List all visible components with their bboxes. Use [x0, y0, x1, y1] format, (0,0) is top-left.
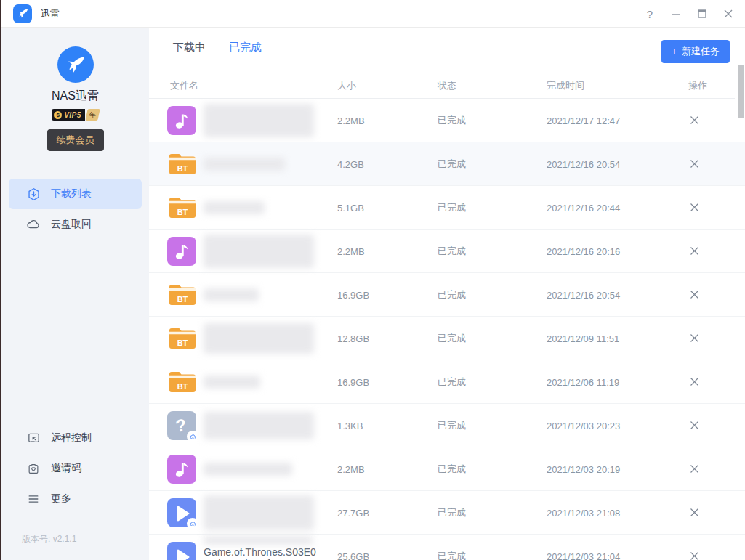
sidebar-item-label: 云盘取回: [51, 218, 92, 231]
table-row[interactable]: BT4.2GB已完成2021/12/16 20:54: [149, 142, 745, 186]
more-icon: [26, 492, 41, 506]
delete-task-button[interactable]: [684, 285, 704, 305]
sidebar-item-bottom-1[interactable]: 邀请码: [9, 453, 142, 484]
file-size: 25.6GB: [337, 551, 369, 560]
filename-cell: [204, 230, 334, 273]
scrollbar: [738, 28, 745, 560]
delete-task-button[interactable]: [684, 372, 704, 392]
music-file-icon: [167, 455, 198, 484]
main-content: 下载中已完成 + 新建任务 文件名 大小 状态 完成时间 操作 2.2MB已完成…: [149, 28, 745, 560]
minimize-button[interactable]: [668, 6, 684, 22]
delete-task-button[interactable]: [684, 110, 704, 131]
filename-cell: [204, 360, 334, 404]
help-icon[interactable]: ?: [642, 6, 658, 22]
delete-task-button[interactable]: [684, 241, 704, 261]
blurred-filename: [204, 495, 314, 530]
blurred-filename: [204, 235, 314, 268]
table-row[interactable]: 2.2MB已完成2021/12/16 20:16: [149, 230, 745, 273]
blurred-filename: [204, 288, 259, 301]
cloud-download-badge-icon: [187, 431, 198, 442]
nas-thunder-logo-icon: [57, 46, 94, 83]
delete-task-button[interactable]: [684, 415, 704, 436]
maximize-button[interactable]: [694, 6, 710, 22]
status-text: 已完成: [438, 245, 466, 258]
renew-membership-button[interactable]: 续费会员: [47, 129, 104, 151]
profile-section: NAS迅雷 $ VIP5 年 续费会员: [1, 28, 149, 151]
table-row[interactable]: 27.7GB已完成2021/12/03 21:08: [149, 491, 745, 535]
music-file-icon: [167, 237, 198, 266]
filename-cell: [204, 186, 334, 230]
svg-text:BT: BT: [177, 295, 188, 304]
sidebar: NAS迅雷 $ VIP5 年 续费会员 下载列表云盘取回 远程控制邀请码更多 版…: [1, 28, 149, 560]
delete-task-button[interactable]: [684, 459, 704, 479]
vip-coin-icon: $: [54, 111, 62, 119]
status-text: 已完成: [438, 288, 466, 301]
status-text: 已完成: [438, 158, 466, 171]
sidebar-item-top-1[interactable]: 云盘取回: [9, 209, 142, 240]
filename-cell: [204, 491, 334, 535]
scrollbar-thumb[interactable]: [738, 65, 744, 118]
close-button[interactable]: [720, 6, 736, 22]
svg-text:BT: BT: [177, 164, 188, 173]
status-text: 已完成: [438, 114, 466, 127]
table-row[interactable]: 2.2MB已完成2021/12/03 20:19: [149, 447, 745, 491]
profile-name: NAS迅雷: [52, 89, 99, 104]
delete-task-button[interactable]: [684, 546, 704, 560]
tab-1[interactable]: 已完成: [229, 41, 262, 54]
app-title: 迅雷: [41, 7, 60, 20]
finished-time: 2021/12/16 20:54: [547, 289, 620, 300]
delete-task-button[interactable]: [684, 198, 704, 218]
version-label: 版本号: v2.1.1: [1, 514, 149, 560]
file-size: 2.2MB: [337, 115, 365, 126]
delete-task-button[interactable]: [684, 328, 704, 349]
table-row[interactable]: BT12.8GB已完成2021/12/09 11:51: [149, 317, 745, 360]
col-action: 操作: [688, 79, 707, 92]
tab-0[interactable]: 下载中: [173, 41, 206, 54]
blurred-filename: [204, 323, 314, 354]
sidebar-item-bottom-2[interactable]: 更多: [9, 484, 142, 514]
sidebar-item-top-0[interactable]: 下载列表: [9, 179, 142, 209]
table-row[interactable]: ?1.3KB已完成2021/12/03 20:23: [149, 404, 745, 447]
finished-time: 2021/12/09 11:51: [547, 333, 619, 344]
delete-task-button[interactable]: [684, 154, 704, 174]
col-size: 大小: [337, 79, 356, 92]
table-row[interactable]: 2.2MB已完成2021/12/17 12:47: [149, 99, 745, 142]
vip-year-tag: 年: [85, 109, 100, 121]
status-text: 已完成: [438, 506, 466, 519]
finished-time: 2021/12/16 20:16: [547, 245, 620, 256]
cloud-download-badge-icon: [187, 518, 198, 529]
music-file-icon: [167, 106, 198, 135]
finished-time: 2021/12/06 11:19: [547, 376, 619, 387]
blurred-filename: [204, 412, 314, 439]
table-row[interactable]: BT16.9GB已完成2021/12/16 20:54: [149, 273, 745, 317]
file-size: 16.9GB: [337, 376, 369, 387]
finished-time: 2021/12/16 20:44: [547, 202, 620, 213]
sidebar-item-bottom-0[interactable]: 远程控制: [9, 423, 142, 453]
status-text: 已完成: [438, 550, 466, 560]
remote-control-icon: [26, 431, 41, 445]
invite-code-icon: [26, 461, 41, 476]
sidebar-item-label: 邀请码: [51, 462, 81, 475]
status-text: 已完成: [438, 463, 466, 476]
plus-icon: +: [672, 46, 677, 57]
table-row[interactable]: BT5.1GB已完成2021/12/16 20:44: [149, 186, 745, 230]
vip-level: VIP5: [64, 111, 81, 119]
bt-file-icon: BT: [167, 193, 198, 222]
file-size: 5.1GB: [337, 202, 364, 213]
delete-task-button[interactable]: [684, 503, 704, 523]
table-row[interactable]: BT16.9GB已完成2021/12/06 11:19: [149, 360, 745, 404]
svg-text:BT: BT: [177, 208, 188, 216]
file-size: 27.7GB: [337, 507, 369, 518]
bt-file-icon: BT: [167, 280, 198, 309]
blurred-filename: [204, 158, 285, 171]
cloud-retrieve-icon: [26, 217, 41, 232]
table-row[interactable]: Game.of.Thrones.S03E08.The.Rules.of.Syst…: [149, 535, 745, 560]
filename-cell: [204, 273, 334, 317]
finished-time: 2021/12/03 21:04: [547, 551, 620, 560]
status-text: 已完成: [438, 201, 466, 214]
sidebar-item-label: 下载列表: [51, 187, 92, 200]
table-header: 文件名 大小 状态 完成时间 操作: [149, 71, 735, 99]
new-task-button[interactable]: + 新建任务: [661, 40, 730, 63]
titlebar: 迅雷 ?: [1, 0, 745, 28]
blurred-filename: [204, 104, 314, 137]
